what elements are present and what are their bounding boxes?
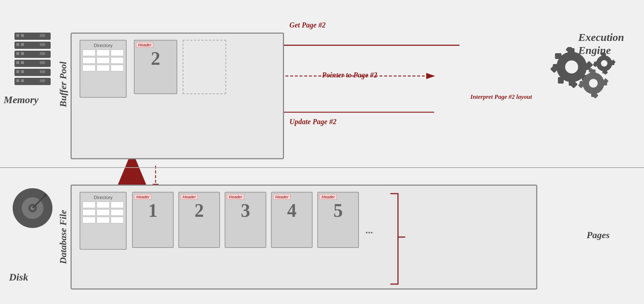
dir-cell <box>82 209 96 216</box>
db-page5-number: 5 <box>334 201 343 220</box>
db-directory-card: Directory <box>80 192 127 250</box>
dir-cell <box>111 217 124 223</box>
db-page1-number: 1 <box>148 201 158 220</box>
svg-rect-5 <box>21 34 24 37</box>
pages-ellipsis: ... <box>365 224 373 236</box>
svg-point-57 <box>601 60 607 67</box>
svg-point-47 <box>589 79 598 88</box>
buffer-pool-directory-card: Directory <box>80 40 127 98</box>
svg-rect-25 <box>21 79 24 82</box>
memory-disk-divider <box>0 167 644 168</box>
dir-cell <box>111 57 124 64</box>
svg-point-32 <box>43 194 47 197</box>
svg-rect-21 <box>21 70 24 73</box>
db-page-5: Header 5 <box>317 192 359 248</box>
pointer-to-page-label: Pointer to Page #2 <box>322 71 377 79</box>
db-page5-header: Header <box>319 194 337 200</box>
dir-cell <box>82 57 96 64</box>
svg-rect-17 <box>21 61 24 64</box>
svg-rect-26 <box>40 79 45 82</box>
svg-rect-9 <box>21 43 24 46</box>
svg-rect-24 <box>16 79 19 82</box>
buffer-pool-page2: Header 2 <box>134 40 177 94</box>
svg-rect-10 <box>40 43 45 46</box>
svg-rect-6 <box>40 34 45 37</box>
db-page-2: Header 2 <box>178 192 220 248</box>
svg-rect-16 <box>16 61 19 64</box>
dir-cell <box>111 65 124 71</box>
svg-rect-42 <box>558 77 564 84</box>
svg-point-34 <box>565 60 578 73</box>
svg-rect-8 <box>16 43 19 46</box>
memory-label: Memory <box>4 94 38 106</box>
dir-cell <box>111 202 124 208</box>
dir-cell <box>82 65 96 71</box>
disk-label: Disk <box>9 271 28 283</box>
dir-cell <box>97 50 110 56</box>
bp-page2-header: Header <box>136 42 153 48</box>
pages-label: Pages <box>586 230 610 241</box>
svg-rect-44 <box>555 53 562 59</box>
dir-cell <box>97 209 110 216</box>
svg-rect-22 <box>40 70 45 73</box>
db-page4-header: Header <box>273 194 291 200</box>
db-page2-number: 2 <box>195 201 204 220</box>
db-page3-number: 3 <box>241 201 250 220</box>
dir-cell <box>97 57 110 64</box>
db-directory-grid <box>82 202 124 223</box>
svg-rect-4 <box>16 34 19 37</box>
svg-rect-18 <box>40 61 45 64</box>
svg-rect-12 <box>16 52 19 55</box>
db-page3-header: Header <box>227 194 244 200</box>
db-file-label: Database File <box>58 210 69 264</box>
db-page4-number: 4 <box>287 201 297 220</box>
execution-engine-label: ExecutionEngine <box>578 31 624 57</box>
dir-cell <box>97 202 110 208</box>
memory-icon <box>11 29 54 88</box>
svg-rect-20 <box>16 70 19 73</box>
db-page-1: Header 1 <box>132 192 174 248</box>
dir-cell <box>97 65 110 71</box>
interpret-page-label: Interpret Page #2 layout <box>470 93 532 101</box>
dir-cell <box>97 217 110 223</box>
pages-brace <box>384 190 412 291</box>
buffer-pool-empty-slot <box>183 40 226 94</box>
buffer-pool-directory-grid <box>82 50 124 71</box>
get-page-label: Get Page #2 <box>289 21 326 29</box>
svg-rect-13 <box>21 52 24 55</box>
db-page1-header: Header <box>134 194 152 200</box>
db-directory-label: Directory <box>94 195 113 200</box>
update-page-label: Update Page #2 <box>289 118 336 126</box>
dir-cell <box>82 50 96 56</box>
execution-engine-gears <box>550 47 622 114</box>
buffer-pool-directory-label: Directory <box>94 43 113 48</box>
db-page2-header: Header <box>181 194 198 200</box>
dir-cell <box>82 202 96 208</box>
dir-cell <box>82 217 96 223</box>
db-page-4: Header 4 <box>271 192 313 248</box>
dir-cell <box>111 50 124 56</box>
db-page-3: Header 3 <box>225 192 266 248</box>
bp-page2-number: 2 <box>151 49 160 68</box>
disk-icon <box>11 181 54 237</box>
dir-cell <box>111 209 124 216</box>
svg-rect-14 <box>40 52 45 55</box>
buffer-pool-label: Buffer Pool <box>58 62 69 107</box>
